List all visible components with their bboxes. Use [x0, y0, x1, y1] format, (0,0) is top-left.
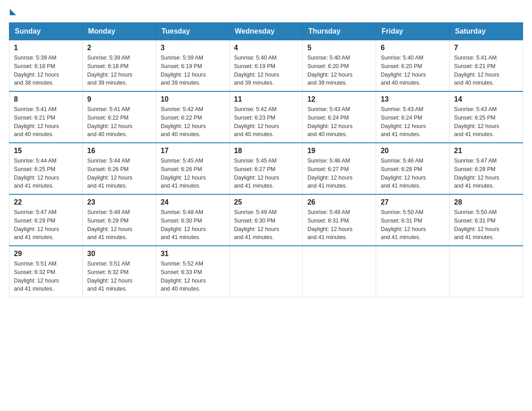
sunrise-text: Sunrise: 5:42 AM: [161, 106, 203, 112]
day-cell: [376, 246, 450, 297]
sunset-text: Sunset: 6:29 PM: [87, 218, 129, 224]
daylight-minutes: and 41 minutes.: [381, 131, 420, 137]
daylight-minutes: and 40 minutes.: [14, 131, 54, 137]
sunset-text: Sunset: 6:28 PM: [381, 166, 422, 172]
day-cell: 9 Sunrise: 5:41 AM Sunset: 6:22 PM Dayli…: [82, 91, 156, 143]
day-number: 10: [161, 95, 225, 103]
daylight-text: Daylight: 12 hours: [381, 226, 426, 232]
sunrise-text: Sunrise: 5:44 AM: [14, 158, 56, 164]
day-number: 31: [161, 250, 225, 258]
daylight-minutes: and 41 minutes.: [381, 234, 420, 240]
sunrise-text: Sunrise: 5:50 AM: [454, 209, 497, 215]
week-row-4: 22 Sunrise: 5:47 AM Sunset: 6:29 PM Dayl…: [9, 194, 523, 246]
daylight-text: Daylight: 12 hours: [14, 226, 59, 232]
week-row-1: 1 Sunrise: 5:39 AM Sunset: 6:18 PM Dayli…: [9, 40, 523, 92]
day-cell: 18 Sunrise: 5:45 AM Sunset: 6:27 PM Dayl…: [229, 143, 303, 194]
day-cell: 14 Sunrise: 5:43 AM Sunset: 6:25 PM Dayl…: [450, 91, 523, 143]
day-header-thursday: Thursday: [303, 23, 376, 40]
sunset-text: Sunset: 6:21 PM: [14, 115, 55, 121]
day-number: 1: [14, 44, 78, 52]
daylight-text: Daylight: 12 hours: [87, 72, 133, 78]
sunset-text: Sunset: 6:30 PM: [234, 218, 275, 224]
daylight-text: Daylight: 12 hours: [14, 278, 59, 284]
day-info: Sunrise: 5:49 AM Sunset: 6:30 PM Dayligh…: [234, 208, 298, 242]
day-info: Sunrise: 5:41 AM Sunset: 6:22 PM Dayligh…: [87, 105, 151, 139]
sunset-text: Sunset: 6:24 PM: [307, 115, 348, 121]
day-number: 22: [14, 198, 78, 206]
day-number: 16: [87, 147, 151, 155]
day-number: 8: [14, 95, 78, 103]
day-info: Sunrise: 5:42 AM Sunset: 6:22 PM Dayligh…: [161, 105, 225, 139]
daylight-text: Daylight: 12 hours: [381, 123, 426, 129]
sunset-text: Sunset: 6:22 PM: [161, 115, 202, 121]
day-info: Sunrise: 5:50 AM Sunset: 6:31 PM Dayligh…: [454, 208, 518, 242]
day-number: 17: [161, 147, 225, 155]
sunrise-text: Sunrise: 5:39 AM: [161, 55, 203, 61]
sunset-text: Sunset: 6:33 PM: [161, 269, 202, 275]
day-info: Sunrise: 5:51 AM Sunset: 6:32 PM Dayligh…: [14, 260, 78, 293]
day-header-monday: Monday: [82, 23, 156, 40]
week-row-3: 15 Sunrise: 5:44 AM Sunset: 6:25 PM Dayl…: [9, 143, 523, 194]
day-cell: 13 Sunrise: 5:43 AM Sunset: 6:24 PM Dayl…: [376, 91, 450, 143]
day-number: 5: [307, 44, 371, 52]
day-number: 21: [454, 147, 518, 155]
day-cell: 1 Sunrise: 5:39 AM Sunset: 6:18 PM Dayli…: [9, 40, 83, 92]
logo: [9, 9, 17, 13]
day-info: Sunrise: 5:39 AM Sunset: 6:18 PM Dayligh…: [87, 54, 151, 87]
day-info: Sunrise: 5:49 AM Sunset: 6:31 PM Dayligh…: [307, 208, 371, 242]
day-info: Sunrise: 5:47 AM Sunset: 6:29 PM Dayligh…: [14, 208, 78, 242]
sunrise-text: Sunrise: 5:43 AM: [307, 106, 350, 112]
daylight-minutes: and 41 minutes.: [454, 234, 494, 240]
sunset-text: Sunset: 6:27 PM: [234, 166, 275, 172]
day-info: Sunrise: 5:50 AM Sunset: 6:31 PM Dayligh…: [381, 208, 445, 242]
day-info: Sunrise: 5:45 AM Sunset: 6:27 PM Dayligh…: [234, 157, 298, 190]
day-cell: 26 Sunrise: 5:49 AM Sunset: 6:31 PM Dayl…: [303, 194, 376, 246]
day-number: 20: [381, 147, 445, 155]
sunset-text: Sunset: 6:31 PM: [381, 218, 422, 224]
calendar-table: SundayMondayTuesdayWednesdayThursdayFrid…: [9, 22, 523, 297]
sunset-text: Sunset: 6:18 PM: [14, 63, 55, 69]
day-number: 11: [234, 95, 298, 103]
daylight-text: Daylight: 12 hours: [307, 123, 352, 129]
sunset-text: Sunset: 6:19 PM: [234, 63, 275, 69]
day-cell: 15 Sunrise: 5:44 AM Sunset: 6:25 PM Dayl…: [9, 143, 83, 194]
sunset-text: Sunset: 6:21 PM: [454, 63, 495, 69]
day-number: 26: [307, 198, 371, 206]
daylight-minutes: and 40 minutes.: [87, 131, 127, 137]
sunset-text: Sunset: 6:32 PM: [87, 269, 129, 275]
sunset-text: Sunset: 6:18 PM: [87, 63, 129, 69]
sunset-text: Sunset: 6:23 PM: [234, 115, 275, 121]
sunset-text: Sunset: 6:29 PM: [14, 218, 55, 224]
sunrise-text: Sunrise: 5:43 AM: [454, 106, 497, 112]
day-info: Sunrise: 5:44 AM Sunset: 6:25 PM Dayligh…: [14, 157, 78, 190]
sunset-text: Sunset: 6:24 PM: [381, 115, 422, 121]
week-row-5: 29 Sunrise: 5:51 AM Sunset: 6:32 PM Dayl…: [9, 246, 523, 297]
daylight-minutes: and 39 minutes.: [307, 80, 347, 86]
daylight-text: Daylight: 12 hours: [381, 175, 426, 181]
daylight-minutes: and 41 minutes.: [454, 183, 494, 189]
sunset-text: Sunset: 6:22 PM: [87, 115, 129, 121]
daylight-minutes: and 41 minutes.: [161, 234, 201, 240]
day-cell: 24 Sunrise: 5:48 AM Sunset: 6:30 PM Dayl…: [156, 194, 229, 246]
daylight-minutes: and 41 minutes.: [454, 131, 494, 137]
day-number: 19: [307, 147, 371, 155]
daylight-text: Daylight: 12 hours: [234, 226, 279, 232]
day-cell: [303, 246, 376, 297]
daylight-minutes: and 40 minutes.: [454, 80, 494, 86]
day-cell: 10 Sunrise: 5:42 AM Sunset: 6:22 PM Dayl…: [156, 91, 229, 143]
daylight-minutes: and 39 minutes.: [87, 80, 127, 86]
daylight-text: Daylight: 12 hours: [454, 226, 499, 232]
sunrise-text: Sunrise: 5:45 AM: [161, 158, 203, 164]
daylight-minutes: and 41 minutes.: [307, 234, 347, 240]
sunrise-text: Sunrise: 5:42 AM: [234, 106, 277, 112]
day-info: Sunrise: 5:40 AM Sunset: 6:19 PM Dayligh…: [234, 54, 298, 87]
day-info: Sunrise: 5:44 AM Sunset: 6:26 PM Dayligh…: [87, 157, 151, 190]
day-cell: 25 Sunrise: 5:49 AM Sunset: 6:30 PM Dayl…: [229, 194, 303, 246]
daylight-text: Daylight: 12 hours: [454, 72, 499, 78]
day-header-wednesday: Wednesday: [229, 23, 303, 40]
sunrise-text: Sunrise: 5:48 AM: [87, 209, 130, 215]
daylight-text: Daylight: 12 hours: [234, 175, 279, 181]
sunrise-text: Sunrise: 5:41 AM: [87, 106, 130, 112]
day-header-tuesday: Tuesday: [156, 23, 229, 40]
day-cell: 27 Sunrise: 5:50 AM Sunset: 6:31 PM Dayl…: [376, 194, 450, 246]
